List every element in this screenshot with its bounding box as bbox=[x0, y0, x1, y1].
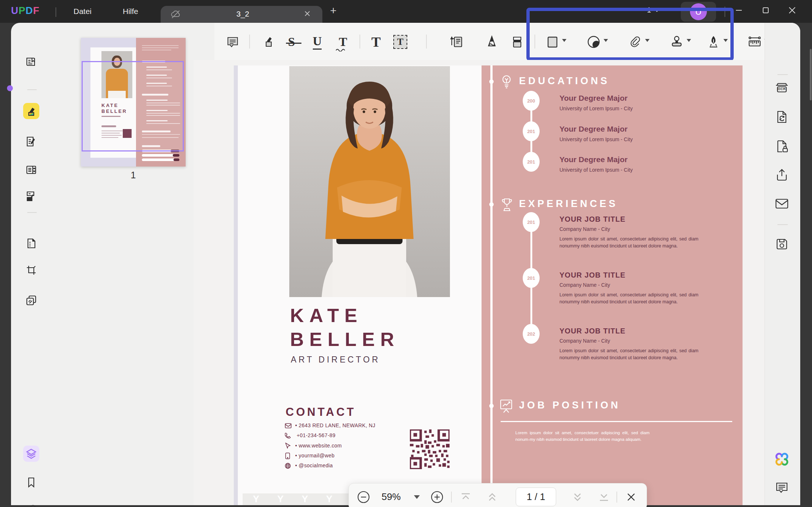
squiggly-underline-tool[interactable]: T bbox=[335, 34, 351, 50]
close-pagebar-button[interactable] bbox=[622, 483, 641, 507]
organize-pages-icon bbox=[25, 164, 37, 176]
attachment-tool[interactable] bbox=[627, 34, 643, 50]
signature-tool-dropdown[interactable] bbox=[723, 39, 728, 42]
timeline-dot bbox=[489, 202, 494, 207]
close-window-button[interactable] bbox=[787, 5, 797, 15]
next-page-button[interactable] bbox=[569, 483, 586, 507]
document-tab[interactable]: 3_2 bbox=[161, 6, 322, 23]
previous-page-button[interactable] bbox=[484, 483, 500, 507]
menu-datei[interactable]: Datei bbox=[68, 0, 97, 23]
side-panel-handle[interactable] bbox=[7, 85, 13, 91]
tab-close-icon[interactable] bbox=[303, 10, 311, 18]
save-floppy-icon bbox=[775, 238, 788, 251]
convert-button[interactable] bbox=[774, 109, 790, 125]
text-box-tool[interactable]: T bbox=[392, 34, 408, 50]
highlight-tool[interactable] bbox=[260, 34, 276, 50]
pagebar-divider bbox=[616, 492, 617, 503]
share-button[interactable] bbox=[774, 167, 790, 183]
zoom-out-button[interactable] bbox=[355, 483, 372, 507]
sidebar-item-attachments[interactable] bbox=[23, 502, 39, 507]
page-left-margin bbox=[234, 65, 238, 505]
page-number-input[interactable]: 1 / 1 bbox=[516, 488, 556, 506]
sticker-icon bbox=[587, 35, 601, 49]
job-position-heading: JOB POSITION bbox=[519, 400, 620, 411]
feedback-button[interactable] bbox=[774, 480, 790, 496]
zoom-in-icon bbox=[430, 490, 444, 504]
text-comment-tool[interactable]: T bbox=[368, 34, 384, 50]
sidebar-item-thumbnails-active[interactable] bbox=[23, 446, 39, 462]
sidebar-item-summarize[interactable] bbox=[23, 235, 39, 251]
eraser-tool[interactable] bbox=[509, 34, 525, 50]
minimize-button[interactable] bbox=[734, 5, 744, 15]
sticker-tool-dropdown[interactable] bbox=[604, 39, 608, 42]
page-navigation-bar: 59% 1 / 1 bbox=[348, 483, 647, 507]
signature-pen-icon bbox=[707, 35, 720, 49]
sidebar-item-organize[interactable] bbox=[23, 162, 39, 178]
close-icon bbox=[626, 492, 636, 502]
sidebar-divider bbox=[777, 224, 788, 225]
logo-divider bbox=[56, 7, 56, 17]
new-tab-button[interactable]: + bbox=[330, 4, 337, 17]
comment-tool[interactable] bbox=[225, 34, 241, 50]
page-thumbnail[interactable]: KATEBELLER bbox=[81, 38, 186, 167]
zoom-in-button[interactable] bbox=[429, 483, 445, 507]
protect-button[interactable] bbox=[774, 138, 790, 154]
zoom-out-icon bbox=[357, 490, 371, 504]
to-top-icon bbox=[460, 492, 471, 502]
ocr-icon: OCR bbox=[775, 81, 789, 96]
sidebar-item-bookmarks[interactable] bbox=[23, 474, 39, 490]
stamp-tool-dropdown[interactable] bbox=[687, 39, 691, 42]
zoom-dropdown[interactable] bbox=[411, 483, 422, 507]
updf-logo: U P D F bbox=[11, 5, 40, 17]
pencil-icon bbox=[485, 35, 499, 49]
ai-assistant-button[interactable] bbox=[774, 451, 790, 467]
last-page-button[interactable] bbox=[596, 483, 612, 507]
thumbnail-viewport-rect[interactable] bbox=[82, 61, 184, 151]
measure-tool[interactable] bbox=[747, 34, 763, 50]
sidebar-item-comment-active[interactable] bbox=[23, 103, 39, 119]
sidebar-item-reader[interactable] bbox=[23, 54, 39, 70]
exp-desc-2: Lorem ipsum dolor sit amet, consectetuer… bbox=[559, 292, 698, 306]
envelope-icon bbox=[285, 423, 291, 428]
pencil-tool[interactable] bbox=[484, 34, 500, 50]
menu-hilfe[interactable]: Hilfe bbox=[118, 0, 143, 23]
toolbar-divider bbox=[249, 35, 250, 49]
save-button[interactable] bbox=[774, 236, 790, 252]
shape-tool-dropdown[interactable] bbox=[562, 39, 566, 42]
highlighter-icon bbox=[25, 105, 37, 117]
feedback-comment-icon bbox=[775, 481, 789, 494]
trophy-icon bbox=[500, 197, 514, 212]
page-summary-icon bbox=[25, 238, 37, 249]
strikethrough-tool[interactable]: S bbox=[283, 34, 300, 50]
maximize-button[interactable] bbox=[761, 5, 771, 15]
sidebar-item-edit[interactable] bbox=[23, 133, 39, 150]
resume-name-line2: BELLER bbox=[290, 328, 400, 350]
watermark-icon bbox=[25, 294, 37, 306]
stamp-tool[interactable] bbox=[669, 34, 685, 50]
resume-role: ART DIRECTOR bbox=[291, 355, 380, 365]
eraser-icon bbox=[510, 35, 524, 49]
sidebar-item-crop[interactable] bbox=[23, 262, 39, 278]
mail-button[interactable] bbox=[774, 196, 790, 212]
callout-tool[interactable] bbox=[449, 34, 465, 50]
sticker-tool[interactable] bbox=[586, 34, 602, 50]
sidebar-item-fill-sign[interactable] bbox=[23, 188, 39, 204]
edu-title-3: Your Degree Major bbox=[559, 155, 627, 164]
underline-tool[interactable]: U bbox=[309, 34, 325, 50]
reader-book-icon bbox=[25, 56, 37, 68]
window-scrollbar[interactable] bbox=[810, 49, 812, 100]
ocr-button[interactable]: OCR bbox=[774, 80, 790, 96]
signature-tool[interactable] bbox=[705, 34, 722, 50]
first-page-button[interactable] bbox=[458, 483, 474, 507]
convert-file-icon bbox=[775, 110, 789, 124]
annotation-toolbar: S U T T T bbox=[214, 23, 765, 60]
shape-tool[interactable] bbox=[544, 34, 561, 50]
squiggly-underline-icon: T bbox=[339, 35, 347, 49]
attachment-tool-dropdown[interactable] bbox=[645, 39, 650, 42]
sidebar-item-watermark[interactable] bbox=[23, 292, 39, 308]
protect-file-lock-icon bbox=[775, 139, 789, 153]
contact-phone: +01-234-567-89 bbox=[297, 432, 336, 438]
zoom-level[interactable]: 59% bbox=[375, 483, 408, 507]
thumbnail-page-number: 1 bbox=[81, 170, 186, 181]
edu-title-2: Your Degree Major bbox=[559, 125, 627, 133]
